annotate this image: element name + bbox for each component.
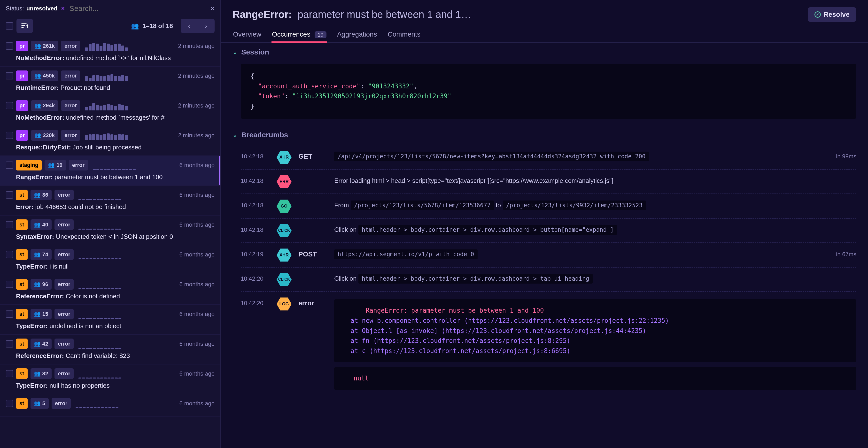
issue-row[interactable]: st👥74error6 months agoTypeError: i is nu… bbox=[0, 245, 220, 275]
env-badge: st bbox=[16, 368, 28, 379]
people-icon: 👥 bbox=[34, 222, 40, 228]
issue-row[interactable]: pr👥261kerror2 minutes agoNoMethodError: … bbox=[0, 37, 220, 67]
breadcrumb-row: 10:42:19XHRPOSThttps://api.segment.io/v1… bbox=[241, 243, 857, 267]
issue-row[interactable]: staging👥19error6 months agoRangeError: p… bbox=[0, 156, 220, 186]
level-badge: error bbox=[55, 368, 73, 379]
issue-checkbox[interactable] bbox=[6, 42, 13, 50]
issue-checkbox[interactable] bbox=[6, 340, 13, 348]
level-badge: error bbox=[55, 309, 73, 319]
issue-checkbox[interactable] bbox=[6, 311, 13, 318]
clear-search-icon[interactable]: × bbox=[210, 4, 215, 12]
people-icon: 👥 bbox=[48, 162, 55, 168]
time-ago: 2 minutes ago bbox=[178, 132, 215, 139]
prev-page-button[interactable]: ‹ bbox=[181, 19, 197, 33]
env-badge: pr bbox=[16, 130, 28, 141]
issue-row[interactable]: pr👥220kerror2 minutes agoResque::DirtyEx… bbox=[0, 126, 220, 156]
count-badge: 👥261k bbox=[31, 41, 58, 51]
next-page-button[interactable]: › bbox=[197, 19, 215, 33]
page-count: 👥 1–18 of 18 bbox=[131, 22, 173, 30]
sort-button[interactable] bbox=[17, 19, 33, 33]
time-ago: 6 months ago bbox=[180, 400, 215, 407]
people-icon: 👥 bbox=[34, 311, 40, 317]
issue-row[interactable]: st👥15error6 months agoTypeError: undefin… bbox=[0, 305, 220, 335]
issue-checkbox[interactable] bbox=[6, 251, 13, 258]
issue-checkbox[interactable] bbox=[6, 281, 13, 288]
count-badge: 👥19 bbox=[44, 160, 66, 170]
histogram bbox=[75, 398, 118, 408]
issue-summary: ReferenceError: Can't find variable: $23 bbox=[16, 352, 215, 360]
tab-occurrences[interactable]: Occurrences 19 bbox=[272, 27, 327, 42]
time-ago: 2 minutes ago bbox=[178, 43, 215, 50]
issue-title: RangeError: parameter must be between 1 … bbox=[232, 9, 471, 20]
env-badge: st bbox=[16, 190, 28, 200]
crumb-method: error bbox=[299, 297, 328, 307]
issue-list[interactable]: pr👥261kerror2 minutes agoNoMethodError: … bbox=[0, 37, 220, 448]
filter-label: Status: bbox=[6, 5, 24, 12]
people-icon: 👥 bbox=[34, 43, 41, 49]
issue-row[interactable]: st👥5error6 months ago bbox=[0, 394, 220, 417]
crumb-time: 10:42:20 bbox=[241, 273, 270, 282]
session-section-toggle[interactable]: ⌄ Session bbox=[232, 43, 857, 60]
issue-checkbox[interactable] bbox=[6, 132, 13, 139]
null-box: null bbox=[334, 367, 857, 390]
page-nav: ‹ › bbox=[181, 19, 215, 33]
main-header: RangeError: parameter must be between 1 … bbox=[221, 0, 868, 27]
people-icon: 👥 bbox=[34, 102, 41, 109]
breadcrumb-chip: html.header > body.container > div.row.d… bbox=[359, 274, 593, 284]
issue-checkbox[interactable] bbox=[6, 370, 13, 377]
env-badge: st bbox=[16, 309, 28, 319]
issue-checkbox[interactable] bbox=[6, 162, 13, 169]
count-badge: 👥42 bbox=[31, 339, 52, 349]
issue-checkbox[interactable] bbox=[6, 102, 13, 109]
detail-scroll[interactable]: ⌄ Session { "account_auth_service_code":… bbox=[221, 43, 868, 448]
breadcrumb-row: 10:42:18ERRError loading html > head > s… bbox=[241, 170, 857, 194]
breadcrumb-chip: /api/v4/projects/123/lists/5678/new-item… bbox=[334, 152, 649, 161]
issue-row[interactable]: st👥42error6 months agoReferenceError: Ca… bbox=[0, 335, 220, 364]
resolve-button[interactable]: ✓ Resolve bbox=[808, 7, 857, 22]
issue-checkbox[interactable] bbox=[6, 191, 13, 199]
tab-comments[interactable]: Comments bbox=[387, 27, 421, 42]
tab-overview[interactable]: Overview bbox=[232, 27, 262, 42]
env-badge: pr bbox=[16, 100, 28, 111]
people-icon: 👥 bbox=[34, 371, 40, 377]
issue-row[interactable]: st👥96error6 months agoReferenceError: Co… bbox=[0, 275, 220, 305]
crumb-time: 10:42:18 bbox=[241, 224, 270, 233]
issue-row[interactable]: st👥32error6 months agoTypeError: null ha… bbox=[0, 364, 220, 394]
breadcrumbs-section-toggle[interactable]: ⌄ Breadcrumbs bbox=[232, 125, 857, 143]
histogram bbox=[85, 41, 128, 51]
time-ago: 6 months ago bbox=[180, 281, 215, 288]
crumb-method: POST bbox=[299, 249, 328, 258]
crumb-log-icon: LOG bbox=[277, 297, 291, 311]
issue-checkbox[interactable] bbox=[6, 400, 13, 407]
issue-row[interactable]: pr👥450kerror2 minutes agoRuntimeError: P… bbox=[0, 67, 220, 96]
issue-row[interactable]: st👥36error6 months agoError: job 446653 … bbox=[0, 186, 220, 216]
issue-row[interactable]: st👥40error6 months agoSyntaxError: Unexp… bbox=[0, 216, 220, 245]
crumb-method bbox=[299, 224, 328, 226]
tab-aggregations[interactable]: Aggregations bbox=[337, 27, 378, 42]
search-input[interactable] bbox=[69, 4, 207, 12]
remove-filter-icon[interactable]: × bbox=[60, 5, 66, 12]
histogram bbox=[79, 369, 121, 379]
crumb-body: Click on html.header > body.container > … bbox=[334, 273, 857, 282]
select-all-checkbox[interactable] bbox=[6, 22, 13, 30]
issue-checkbox[interactable] bbox=[6, 72, 13, 79]
issue-summary: TypeError: undefined is not an object bbox=[16, 322, 215, 330]
people-icon: 👥 bbox=[131, 22, 139, 30]
env-badge: pr bbox=[16, 70, 28, 81]
count-badge: 👥220k bbox=[31, 130, 58, 141]
histogram bbox=[79, 250, 121, 259]
people-icon: 👥 bbox=[34, 341, 40, 347]
status-filter-chip[interactable]: Status: unresolved × bbox=[6, 5, 66, 12]
histogram bbox=[85, 130, 128, 140]
count-badge: 👥5 bbox=[31, 398, 49, 409]
breadcrumb-chip: https://api.segment.io/v1/p with code 0 bbox=[334, 249, 477, 259]
crumb-time: 10:42:18 bbox=[241, 199, 270, 209]
count-badge: 👥40 bbox=[31, 219, 52, 230]
time-ago: 6 months ago bbox=[180, 251, 215, 258]
level-badge: error bbox=[55, 279, 73, 290]
issue-row[interactable]: pr👥294kerror2 minutes agoNoMethodError: … bbox=[0, 96, 220, 126]
level-badge: error bbox=[55, 339, 73, 349]
crumb-method bbox=[299, 175, 328, 177]
people-icon: 👥 bbox=[34, 251, 40, 258]
issue-checkbox[interactable] bbox=[6, 221, 13, 228]
